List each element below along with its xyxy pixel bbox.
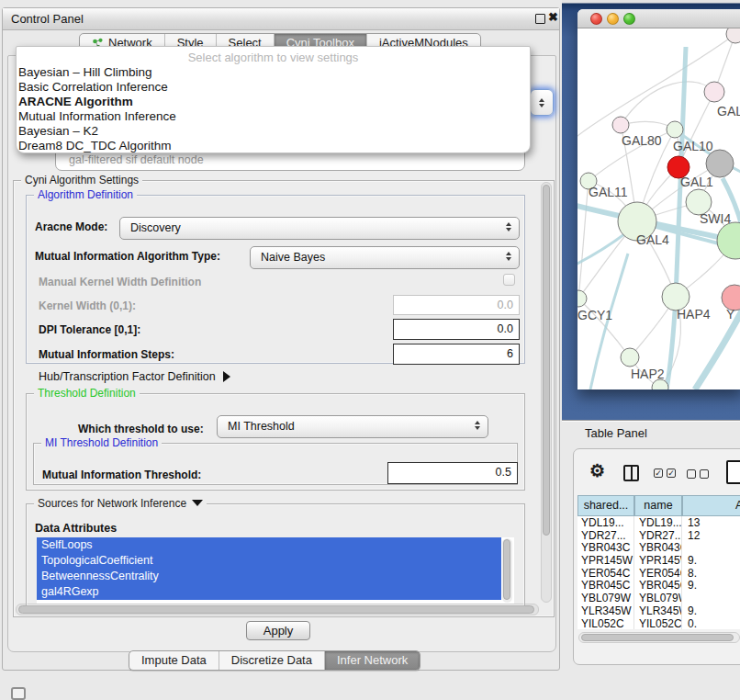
which-threshold-value: MI Threshold (228, 420, 295, 433)
network-canvas[interactable]: GALGAL80GAL10GAL11GAL1SWI4GAL4GCY1HAP4YH… (577, 28, 740, 390)
apply-button[interactable]: Apply (246, 621, 310, 640)
kernel-width-label: Kernel Width (0,1): (39, 299, 136, 312)
data-attribute-item[interactable]: SelfLoops (37, 537, 501, 553)
hub-factor-expander[interactable]: Hub/Transcription Factor Definition (39, 370, 230, 383)
sources-title[interactable]: Sources for Network Inference (34, 497, 207, 510)
node-label: HAP2 (631, 367, 665, 381)
gear-icon[interactable]: ⚙ (589, 460, 605, 481)
table-horizontal-scrollbar[interactable] (578, 632, 740, 643)
table-cell: YER054C (577, 567, 634, 580)
table-cell: YDR27... (577, 529, 634, 542)
table-cell: YIL052C (577, 617, 634, 630)
document-icon[interactable] (726, 460, 740, 484)
checked-checkbox-icon[interactable]: ✓ (654, 469, 663, 478)
split-pane-icon[interactable] (623, 465, 639, 481)
algorithm-list-item[interactable]: Dream8 DC_TDC Algorithm (17, 139, 530, 153)
table-panel-title: Table Panel (585, 426, 647, 440)
table-cell (682, 541, 740, 554)
mi-steps-field[interactable]: 6 (393, 344, 520, 365)
table-cell: YIL052C (634, 617, 682, 630)
control-panel-title: Control Panel (3, 12, 84, 26)
table-row[interactable]: YBR043CYBR043C (577, 541, 740, 554)
which-threshold-combo[interactable]: MI Threshold (217, 415, 488, 438)
expander-collapsed-icon (223, 371, 230, 382)
combo-arrows-icon (506, 252, 511, 261)
aracne-mode-combo[interactable]: Discovery (119, 217, 520, 240)
table-cell: YBL079W (577, 592, 634, 604)
network-node[interactable] (621, 348, 639, 367)
data-attribute-item[interactable]: TopologicalCoefficient (37, 553, 501, 569)
spinner-down-icon (539, 104, 544, 107)
node-label: GAL80 (622, 133, 662, 148)
table-row[interactable]: YER054CYER054C8. (577, 567, 740, 580)
table-cell: YBL079W (634, 592, 682, 604)
table-cell: 12 (682, 529, 740, 542)
node-label: GAL1 (680, 175, 713, 189)
tab-discretize-data[interactable]: Discretize Data (219, 651, 325, 670)
network-node[interactable] (704, 82, 724, 102)
network-node[interactable] (577, 290, 587, 307)
tab-infer-network[interactable]: Infer Network (325, 651, 420, 670)
dpi-tolerance-field[interactable]: 0.0 (393, 319, 520, 340)
window-zoom-traffic-icon[interactable] (623, 13, 635, 25)
algorithm-list-item[interactable]: Bayesian – K2 (17, 124, 530, 139)
table-row[interactable]: YPR145WYPR145W9. (577, 554, 740, 567)
attributes-scrollbar[interactable] (502, 538, 512, 603)
table-cell: 13 (682, 516, 740, 529)
control-panel-titlebar: Control Panel (3, 8, 559, 30)
settings-horizontal-scrollbar-thumb[interactable] (18, 605, 534, 614)
table-cell: YDR27... (634, 529, 682, 542)
network-node[interactable] (706, 150, 734, 177)
algorithm-list-item[interactable]: ARACNE Algorithm (17, 95, 530, 109)
algorithm-list-item[interactable]: Bayesian – Hill Climbing (17, 65, 530, 80)
network-node[interactable] (726, 28, 740, 43)
network-node[interactable] (717, 222, 740, 259)
table-cell: YLR345W (577, 604, 634, 617)
table-cell: YBR043C (634, 541, 682, 554)
attributes-scrollbar-thumb[interactable] (503, 539, 510, 600)
table-row[interactable]: YIL052CYIL052C0. (577, 617, 740, 630)
algorithm-list-item[interactable]: Mutual Information Inference (17, 109, 530, 124)
mi-type-combo[interactable]: Naive Bayes (250, 246, 520, 269)
table-row[interactable]: YLR345WYLR345W9. (577, 604, 740, 617)
data-attributes-label: Data Attributes (35, 522, 117, 535)
manual-kernel-checkbox[interactable] (503, 274, 515, 286)
data-attribute-item[interactable]: gal4RGexp (37, 584, 501, 600)
network-node[interactable] (667, 121, 683, 138)
data-attribute-item[interactable]: BetweennessCentrality (37, 569, 501, 584)
algorithm-combo-arrow-button[interactable] (530, 89, 554, 116)
table-row[interactable]: YDL19...YDL19...13 (577, 516, 740, 529)
column-header-clipped[interactable]: A (682, 495, 740, 516)
close-window-icon[interactable]: ✖ (548, 10, 558, 24)
table-cell (682, 592, 740, 604)
table-row[interactable]: YBR045CYBR045C9. (577, 579, 740, 592)
float-window-icon[interactable] (535, 14, 545, 24)
settings-vertical-scrollbar[interactable] (541, 182, 552, 603)
dpi-tolerance-label: DPI Tolerance [0,1]: (39, 323, 140, 336)
window-close-traffic-icon[interactable] (590, 13, 602, 25)
kernel-width-field[interactable]: 0.0 (393, 295, 520, 315)
algorithm-list: Bayesian – Hill ClimbingBasic Correlatio… (17, 65, 530, 153)
column-header-shared-name[interactable]: shared... (577, 495, 634, 516)
checked-checkbox-icon[interactable]: ✓ (667, 469, 676, 478)
table-cell: 9. (682, 554, 740, 567)
algorithm-list-item[interactable]: Basic Correlation Inference (17, 80, 530, 95)
tab-impute-data[interactable]: Impute Data (129, 651, 219, 670)
minimized-panel-icon[interactable] (11, 687, 26, 700)
threshold-definition-title: Threshold Definition (34, 387, 140, 400)
table-row[interactable]: YBL079WYBL079W (577, 592, 740, 604)
column-header-name[interactable]: name (634, 495, 682, 516)
table-row[interactable]: YDR27...YDR27...12 (577, 529, 740, 542)
table-cell: YPR145W (634, 554, 682, 567)
settings-vertical-scrollbar-thumb[interactable] (543, 185, 550, 536)
mi-type-value: Naive Bayes (261, 251, 325, 264)
mi-threshold-field[interactable]: 0.5 (387, 462, 518, 484)
data-attributes-list: SelfLoopsTopologicalCoefficientBetweenne… (37, 537, 514, 604)
cyni-bottom-tabs: Impute Data Discretize Data Infer Networ… (129, 650, 420, 671)
window-minimize-traffic-icon[interactable] (607, 13, 619, 25)
unchecked-checkbox-icon[interactable] (687, 469, 696, 479)
table-horizontal-scrollbar-thumb[interactable] (581, 634, 734, 641)
unchecked-checkbox-icon[interactable] (700, 469, 709, 479)
network-node[interactable] (612, 117, 629, 133)
mi-threshold-label: Mutual Information Threshold: (42, 469, 201, 481)
